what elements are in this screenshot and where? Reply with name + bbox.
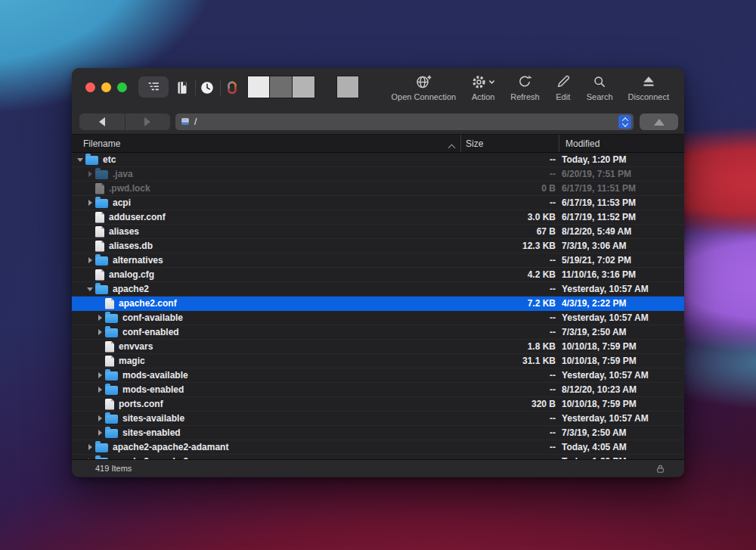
file-type-icon	[95, 256, 108, 266]
toolbar-swatch[interactable]	[336, 76, 359, 98]
disclosure-chevron-icon[interactable]	[85, 200, 95, 206]
traffic-lights	[85, 82, 127, 92]
file-type-icon	[105, 356, 114, 367]
minimize-button[interactable]	[101, 82, 111, 92]
toolbar-action-label: Refresh	[510, 92, 540, 101]
table-row[interactable]: ports.conf 320 B 10/10/18, 7:59 PM	[72, 397, 684, 412]
search-button[interactable]: Search	[579, 73, 621, 101]
table-row[interactable]: aliases 67 B 8/12/20, 5:49 AM	[72, 225, 684, 239]
chevron-right-icon	[144, 117, 150, 126]
list-view-button[interactable]	[138, 76, 169, 98]
disclosure-chevron-icon[interactable]	[94, 430, 105, 436]
chevron-down-icon	[488, 79, 495, 85]
toolbar-divider	[195, 80, 196, 95]
toolbar-action-label: Edit	[556, 92, 570, 101]
file-type-icon	[105, 415, 118, 424]
filename-cell: aliases	[109, 226, 465, 237]
toolbar-swatch[interactable]	[293, 76, 315, 98]
disclosure-chevron-icon[interactable]	[85, 444, 95, 450]
toolbar-action-label: Search	[587, 92, 613, 101]
filename-cell: analog.cfg	[109, 269, 465, 280]
path-stepper[interactable]	[618, 115, 631, 129]
toolbar-swatch[interactable]	[270, 76, 293, 98]
disconnect-button[interactable]: Disconnect	[621, 73, 677, 101]
current-path: /	[194, 117, 618, 127]
modified-cell: 7/3/19, 2:50 AM	[556, 327, 684, 337]
table-row[interactable]: apache2.conf 7.2 KB 4/3/19, 2:22 PM	[72, 297, 684, 311]
upload-button[interactable]	[640, 113, 678, 130]
modified-cell: 4/3/19, 2:22 PM	[556, 298, 684, 309]
table-row[interactable]: analog.cfg 4.2 KB 11/10/16, 3:16 PM	[72, 268, 684, 282]
globe-plus-icon	[414, 73, 432, 91]
table-row[interactable]: conf-available -- Yesterday, 10:57 AM	[72, 311, 684, 325]
bookmarks-button[interactable]	[174, 79, 191, 97]
path-dropdown[interactable]: /	[175, 113, 634, 130]
search-icon	[592, 74, 607, 89]
filename-cell: .java	[113, 169, 465, 179]
table-row[interactable]: mods-available -- Yesterday, 10:57 AM	[72, 368, 684, 383]
modified-cell: Yesterday, 10:57 AM	[556, 284, 684, 294]
file-type-icon	[95, 443, 108, 452]
status-bar: 419 Items	[72, 459, 684, 477]
filename-cell: apache2-apache2-adamant	[113, 442, 465, 452]
filename-cell: conf-enabled	[122, 327, 465, 337]
file-list: etc -- Today, 1:20 PM .java -- 6/20/19, …	[72, 153, 684, 459]
history-clock-icon	[199, 79, 215, 97]
disclosure-chevron-icon[interactable]	[94, 415, 105, 421]
disclosure-chevron-icon[interactable]	[94, 329, 105, 335]
table-row[interactable]: .java -- 6/20/19, 7:51 PM	[72, 167, 684, 182]
table-row[interactable]: adduser.conf 3.0 KB 6/17/19, 11:52 PM	[72, 210, 684, 225]
modified-cell: 6/17/19, 11:52 PM	[556, 212, 684, 222]
filename-cell: etc	[103, 154, 465, 165]
filename-cell: aliases.db	[109, 241, 465, 251]
table-row[interactable]: magic 31.1 KB 10/10/18, 7:59 PM	[72, 354, 684, 368]
filename-cell: apache2.conf	[119, 298, 465, 309]
size-cell: --	[465, 197, 556, 208]
action-button[interactable]: Action	[463, 73, 503, 101]
table-row[interactable]: etc -- Today, 1:20 PM	[72, 153, 684, 167]
items-count: 419 Items	[72, 464, 132, 473]
close-button[interactable]	[85, 82, 95, 92]
disclosure-chevron-icon[interactable]	[75, 158, 85, 162]
table-row[interactable]: sites-available -- Yesterday, 10:57 AM	[72, 412, 684, 426]
file-type-icon	[105, 298, 114, 309]
file-type-icon	[85, 156, 98, 165]
column-filename[interactable]: Filename	[72, 138, 460, 149]
refresh-button[interactable]: Refresh	[503, 73, 547, 101]
disclosure-chevron-icon[interactable]	[94, 387, 105, 393]
column-modified[interactable]: Modified	[559, 135, 684, 152]
forward-button[interactable]	[125, 113, 171, 130]
modified-cell: 8/12/20, 10:23 AM	[556, 384, 684, 395]
zoom-button[interactable]	[117, 82, 127, 92]
back-button[interactable]	[79, 113, 125, 130]
file-type-icon	[105, 371, 118, 381]
modified-cell: 10/10/18, 7:59 PM	[556, 356, 684, 366]
disclosure-chevron-icon[interactable]	[85, 171, 95, 177]
size-cell: --	[465, 384, 556, 395]
open-connection-button[interactable]: Open Connection	[384, 73, 464, 101]
edit-button[interactable]: Edit	[547, 73, 579, 101]
table-row[interactable]: .pwd.lock 0 B 6/17/19, 11:51 PM	[72, 182, 684, 196]
disclosure-chevron-icon[interactable]	[94, 315, 105, 321]
disclosure-chevron-icon[interactable]	[85, 287, 95, 291]
filename-cell: acpi	[113, 197, 465, 208]
table-row[interactable]: acpi -- 6/17/19, 11:53 PM	[72, 196, 684, 210]
table-row[interactable]: apache2 -- Yesterday, 10:57 AM	[72, 282, 684, 297]
table-row[interactable]: apache2-apache2-adamant -- Today, 4:05 A…	[72, 440, 684, 455]
disclosure-chevron-icon[interactable]	[94, 372, 105, 378]
table-row[interactable]: conf-enabled -- 7/3/19, 2:50 AM	[72, 325, 684, 340]
lock-icon	[655, 463, 666, 474]
disclosure-chevron-icon[interactable]	[85, 257, 95, 263]
table-row[interactable]: envvars 1.8 KB 10/10/18, 7:59 PM	[72, 340, 684, 354]
column-size[interactable]: Size	[460, 135, 559, 152]
table-row[interactable]: aliases.db 12.3 KB 7/3/19, 3:06 AM	[72, 239, 684, 253]
filename-cell: mods-available	[122, 370, 465, 381]
history-button[interactable]	[199, 79, 215, 97]
table-row[interactable]: mods-enabled -- 8/12/20, 10:23 AM	[72, 383, 684, 397]
size-cell: 4.2 KB	[465, 269, 556, 280]
table-row[interactable]: alternatives -- 5/19/21, 7:02 PM	[72, 253, 684, 268]
toolbar-swatch[interactable]	[247, 76, 270, 98]
filename-cell: conf-available	[122, 312, 465, 323]
table-row[interactable]: sites-enabled -- 7/3/19, 2:50 AM	[72, 426, 684, 440]
sync-keys-button[interactable]	[223, 79, 241, 97]
